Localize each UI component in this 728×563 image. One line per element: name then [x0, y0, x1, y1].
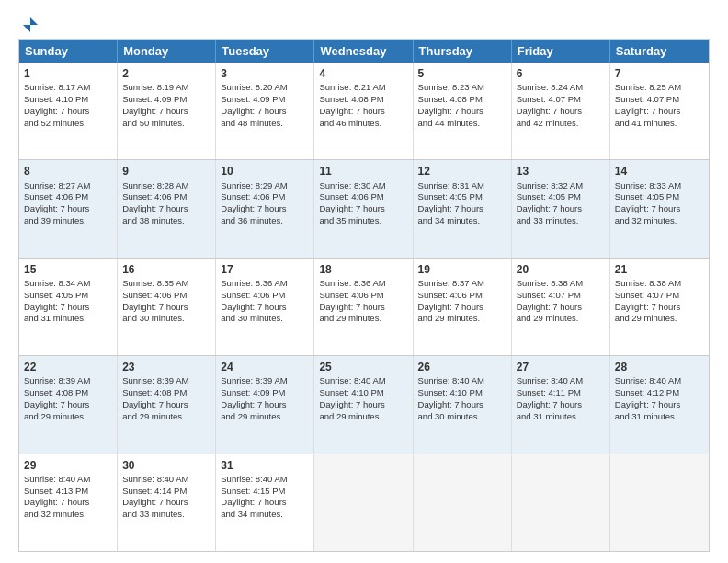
- day-info-line: Sunrise: 8:32 AM: [517, 180, 605, 192]
- day-info-line: Daylight: 7 hours: [221, 203, 309, 215]
- day-number: 21: [615, 262, 704, 277]
- day-info-line: and 46 minutes.: [319, 118, 407, 130]
- day-info-line: Daylight: 7 hours: [221, 106, 309, 118]
- day-info-line: Daylight: 7 hours: [24, 399, 112, 411]
- day-info-line: Sunset: 4:06 PM: [122, 290, 210, 302]
- day-number: 31: [221, 458, 309, 473]
- svg-marker-0: [30, 17, 38, 25]
- day-info-line: Sunrise: 8:39 AM: [122, 375, 210, 387]
- day-number: 23: [122, 360, 210, 374]
- day-info-line: Daylight: 7 hours: [615, 399, 704, 411]
- calendar-row-0: 1Sunrise: 8:17 AMSunset: 4:10 PMDaylight…: [19, 63, 709, 159]
- day-info-line: Sunset: 4:06 PM: [418, 290, 506, 302]
- day-info-line: and 44 minutes.: [418, 118, 506, 130]
- day-info-line: Sunrise: 8:34 AM: [24, 278, 112, 290]
- day-info-line: Sunrise: 8:40 AM: [221, 474, 309, 486]
- svg-marker-1: [23, 25, 30, 32]
- day-number: 1: [24, 66, 112, 81]
- calendar-body: 1Sunrise: 8:17 AMSunset: 4:10 PMDaylight…: [19, 63, 709, 551]
- day-info-line: and 41 minutes.: [615, 118, 704, 130]
- cal-cell-4-1: 30Sunrise: 8:40 AMSunset: 4:14 PMDayligh…: [118, 454, 216, 551]
- day-number: 10: [221, 164, 309, 178]
- cal-cell-4-3: [314, 454, 413, 551]
- day-number: 20: [517, 262, 605, 277]
- cal-cell-2-4: 19Sunrise: 8:37 AMSunset: 4:06 PMDayligh…: [414, 259, 512, 355]
- cal-cell-2-3: 18Sunrise: 8:36 AMSunset: 4:06 PMDayligh…: [314, 259, 413, 355]
- day-info-line: Sunset: 4:12 PM: [615, 387, 704, 399]
- day-info-line: and 50 minutes.: [122, 118, 210, 130]
- cal-header-cell-tuesday: Tuesday: [216, 40, 314, 63]
- day-number: 16: [122, 262, 210, 277]
- cal-cell-0-2: 3Sunrise: 8:20 AMSunset: 4:09 PMDaylight…: [216, 63, 314, 159]
- day-number: 5: [418, 66, 506, 81]
- day-info-line: Sunrise: 8:27 AM: [24, 180, 112, 192]
- day-info-line: Sunrise: 8:23 AM: [418, 82, 506, 94]
- cal-header-cell-wednesday: Wednesday: [314, 40, 413, 63]
- day-info-line: Daylight: 7 hours: [615, 203, 704, 215]
- cal-cell-3-5: 27Sunrise: 8:40 AMSunset: 4:11 PMDayligh…: [512, 356, 610, 453]
- day-info-line: and 31 minutes.: [615, 411, 704, 423]
- day-info-line: Sunset: 4:08 PM: [319, 94, 407, 106]
- cal-cell-3-2: 24Sunrise: 8:39 AMSunset: 4:09 PMDayligh…: [216, 356, 314, 453]
- day-number: 24: [221, 360, 309, 374]
- day-info-line: Daylight: 7 hours: [418, 106, 506, 118]
- cal-cell-1-3: 11Sunrise: 8:30 AMSunset: 4:06 PMDayligh…: [314, 160, 413, 257]
- day-number: 8: [24, 164, 112, 178]
- cal-cell-2-0: 15Sunrise: 8:34 AMSunset: 4:05 PMDayligh…: [19, 259, 118, 355]
- day-info-line: and 30 minutes.: [122, 313, 210, 325]
- cal-cell-0-6: 7Sunrise: 8:25 AMSunset: 4:07 PMDaylight…: [610, 63, 709, 159]
- calendar: SundayMondayTuesdayWednesdayThursdayFrid…: [18, 39, 710, 552]
- day-info-line: Sunrise: 8:36 AM: [221, 278, 309, 290]
- day-info-line: Sunrise: 8:31 AM: [418, 180, 506, 192]
- day-info-line: Sunset: 4:05 PM: [418, 191, 506, 203]
- day-info-line: and 30 minutes.: [418, 411, 506, 423]
- day-info-line: Daylight: 7 hours: [24, 497, 112, 509]
- day-number: 6: [517, 66, 605, 81]
- day-number: 19: [418, 262, 506, 277]
- day-info-line: Daylight: 7 hours: [418, 302, 506, 314]
- day-info-line: Sunset: 4:05 PM: [517, 191, 605, 203]
- day-info-line: Sunset: 4:06 PM: [221, 290, 309, 302]
- day-number: 27: [517, 360, 605, 374]
- cal-cell-2-6: 21Sunrise: 8:38 AMSunset: 4:07 PMDayligh…: [610, 259, 709, 355]
- cal-cell-2-1: 16Sunrise: 8:35 AMSunset: 4:06 PMDayligh…: [118, 259, 216, 355]
- cal-cell-3-3: 25Sunrise: 8:40 AMSunset: 4:10 PMDayligh…: [314, 356, 413, 453]
- cal-cell-4-2: 31Sunrise: 8:40 AMSunset: 4:15 PMDayligh…: [216, 454, 314, 551]
- day-number: 7: [615, 66, 704, 81]
- day-info-line: and 52 minutes.: [24, 118, 112, 130]
- calendar-header: SundayMondayTuesdayWednesdayThursdayFrid…: [19, 40, 709, 63]
- cal-cell-0-4: 5Sunrise: 8:23 AMSunset: 4:08 PMDaylight…: [414, 63, 512, 159]
- header: [18, 17, 710, 29]
- calendar-row-2: 15Sunrise: 8:34 AMSunset: 4:05 PMDayligh…: [19, 258, 709, 355]
- day-info-line: Sunset: 4:09 PM: [221, 94, 309, 106]
- day-info-line: and 29 minutes.: [418, 313, 506, 325]
- day-number: 2: [122, 66, 210, 81]
- day-info-line: Sunset: 4:15 PM: [221, 486, 309, 498]
- calendar-row-3: 22Sunrise: 8:39 AMSunset: 4:08 PMDayligh…: [19, 355, 709, 453]
- day-info-line: and 48 minutes.: [221, 118, 309, 130]
- day-number: 4: [319, 66, 407, 81]
- day-info-line: Daylight: 7 hours: [517, 399, 605, 411]
- day-info-line: and 36 minutes.: [221, 215, 309, 227]
- day-number: 29: [24, 458, 112, 473]
- day-info-line: and 29 minutes.: [122, 411, 210, 423]
- day-info-line: Sunset: 4:09 PM: [221, 387, 309, 399]
- cal-cell-3-0: 22Sunrise: 8:39 AMSunset: 4:08 PMDayligh…: [19, 356, 118, 453]
- day-info-line: Daylight: 7 hours: [122, 106, 210, 118]
- day-number: 11: [319, 164, 407, 178]
- calendar-row-1: 8Sunrise: 8:27 AMSunset: 4:06 PMDaylight…: [19, 159, 709, 257]
- calendar-row-4: 29Sunrise: 8:40 AMSunset: 4:13 PMDayligh…: [19, 454, 709, 551]
- day-info-line: Sunset: 4:10 PM: [418, 387, 506, 399]
- day-info-line: Sunset: 4:09 PM: [122, 94, 210, 106]
- day-number: 14: [615, 164, 704, 178]
- day-info-line: Daylight: 7 hours: [122, 302, 210, 314]
- day-info-line: Sunrise: 8:40 AM: [517, 375, 605, 387]
- day-info-line: and 29 minutes.: [221, 411, 309, 423]
- day-info-line: Sunrise: 8:35 AM: [122, 278, 210, 290]
- day-number: 30: [122, 458, 210, 473]
- day-info-line: Sunset: 4:06 PM: [24, 191, 112, 203]
- day-info-line: Sunrise: 8:21 AM: [319, 82, 407, 94]
- logo: [18, 17, 39, 29]
- day-info-line: Daylight: 7 hours: [517, 106, 605, 118]
- day-info-line: Daylight: 7 hours: [122, 497, 210, 509]
